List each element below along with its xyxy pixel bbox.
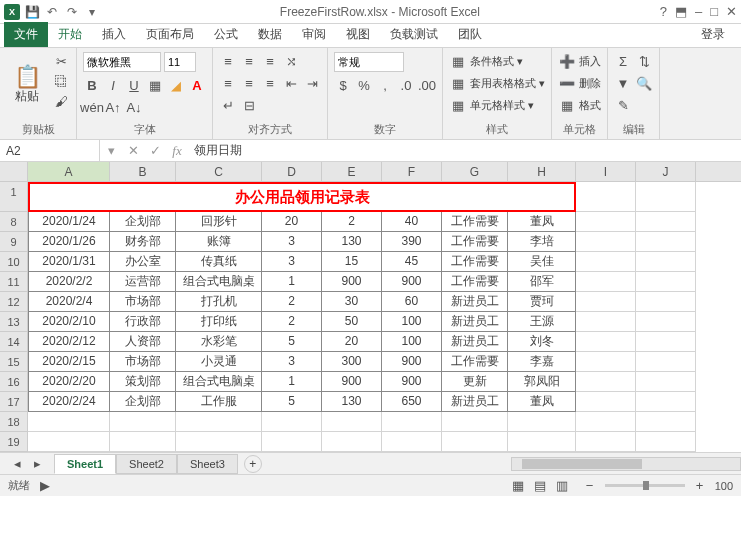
merge-icon[interactable]: ⊟ [240, 96, 258, 114]
orientation-icon[interactable]: ⤭ [282, 52, 300, 70]
cell[interactable]: 吴佳 [508, 252, 576, 272]
cell[interactable]: 企划部 [110, 212, 176, 232]
normal-view-icon[interactable]: ▦ [509, 477, 527, 495]
col-header[interactable]: B [110, 162, 176, 181]
percent-icon[interactable]: % [355, 76, 373, 94]
col-header[interactable]: I [576, 162, 636, 181]
sheet-tab[interactable]: Sheet2 [116, 454, 177, 474]
number-format-select[interactable] [334, 52, 404, 72]
cell[interactable]: 2020/2/12 [28, 332, 110, 352]
cell[interactable] [322, 432, 382, 452]
cell[interactable]: 300 [322, 352, 382, 372]
cell[interactable]: 20 [262, 212, 322, 232]
cell[interactable] [508, 432, 576, 452]
cell[interactable] [576, 292, 636, 312]
cell[interactable] [382, 412, 442, 432]
currency-icon[interactable]: $ [334, 76, 352, 94]
col-header[interactable]: H [508, 162, 576, 181]
wrap-text-icon[interactable]: ↵ [219, 96, 237, 114]
row-header[interactable]: 12 [0, 292, 27, 312]
cell[interactable]: 100 [382, 312, 442, 332]
cell[interactable] [576, 372, 636, 392]
cell[interactable]: 打孔机 [176, 292, 262, 312]
delete-button[interactable]: ➖删除 [558, 74, 601, 92]
cell[interactable]: 3 [262, 252, 322, 272]
cell[interactable] [322, 412, 382, 432]
cell[interactable]: 组合式电脑桌 [176, 272, 262, 292]
page-break-view-icon[interactable]: ▥ [553, 477, 571, 495]
row-header[interactable]: 17 [0, 392, 27, 412]
row-header[interactable]: 19 [0, 432, 27, 452]
cell[interactable]: 2 [322, 212, 382, 232]
enter-icon[interactable]: ✓ [144, 142, 166, 160]
font-size-select[interactable] [164, 52, 196, 72]
cell[interactable]: 130 [322, 392, 382, 412]
cell[interactable] [636, 432, 696, 452]
cell[interactable]: 账簿 [176, 232, 262, 252]
formula-input[interactable]: 领用日期 [188, 142, 741, 159]
row-header[interactable]: 8 [0, 212, 27, 232]
col-header[interactable]: D [262, 162, 322, 181]
format-button[interactable]: ▦格式 [558, 96, 601, 114]
cell[interactable] [576, 312, 636, 332]
cell[interactable]: 李培 [508, 232, 576, 252]
col-header[interactable]: A [28, 162, 110, 181]
cell[interactable]: 市场部 [110, 352, 176, 372]
cell[interactable]: 工作需要 [442, 212, 508, 232]
cell[interactable]: 2020/1/24 [28, 212, 110, 232]
cell[interactable] [576, 232, 636, 252]
cell[interactable]: 回形针 [176, 212, 262, 232]
cell[interactable]: 15 [322, 252, 382, 272]
align-center-icon[interactable]: ≡ [240, 74, 258, 92]
cell[interactable] [576, 332, 636, 352]
indent-dec-icon[interactable]: ⇤ [282, 74, 300, 92]
add-sheet-button[interactable]: + [244, 455, 262, 473]
format-painter-icon[interactable]: 🖌 [52, 92, 70, 110]
cell[interactable]: 1 [262, 372, 322, 392]
qat-dropdown-icon[interactable]: ▾ [84, 4, 100, 20]
cell[interactable]: 刘冬 [508, 332, 576, 352]
cell[interactable]: 水彩笔 [176, 332, 262, 352]
namebox-dropdown-icon[interactable]: ▾ [100, 142, 122, 160]
cell[interactable] [636, 372, 696, 392]
cell[interactable]: 打印纸 [176, 312, 262, 332]
cell[interactable]: 传真纸 [176, 252, 262, 272]
row-header[interactable]: 11 [0, 272, 27, 292]
cell[interactable] [636, 292, 696, 312]
cell[interactable]: 900 [322, 272, 382, 292]
cell[interactable] [508, 412, 576, 432]
horizontal-scrollbar[interactable] [511, 457, 741, 471]
align-right-icon[interactable]: ≡ [261, 74, 279, 92]
cell[interactable] [28, 432, 110, 452]
table-format-button[interactable]: ▦套用表格格式▾ [449, 74, 545, 92]
bold-icon[interactable]: B [83, 76, 101, 94]
tab-insert[interactable]: 插入 [92, 22, 136, 47]
cell[interactable] [636, 212, 696, 232]
cell[interactable]: 900 [382, 372, 442, 392]
redo-icon[interactable]: ↷ [64, 4, 80, 20]
indent-inc-icon[interactable]: ⇥ [303, 74, 321, 92]
zoom-slider[interactable] [605, 484, 685, 487]
clear-icon[interactable]: ✎ [614, 96, 632, 114]
cell[interactable]: 60 [382, 292, 442, 312]
cell[interactable]: 王源 [508, 312, 576, 332]
name-box[interactable]: A2 [0, 140, 100, 161]
save-icon[interactable]: 💾 [24, 4, 40, 20]
login-link[interactable]: 登录 [693, 22, 733, 47]
grow-font-icon[interactable]: A↑ [104, 98, 122, 116]
cell[interactable]: 新进员工 [442, 332, 508, 352]
cell[interactable]: 2 [262, 292, 322, 312]
shrink-font-icon[interactable]: A↓ [125, 98, 143, 116]
cell[interactable]: 策划部 [110, 372, 176, 392]
cell[interactable]: 30 [322, 292, 382, 312]
cell[interactable] [262, 412, 322, 432]
tab-data[interactable]: 数据 [248, 22, 292, 47]
cell[interactable] [176, 412, 262, 432]
align-middle-icon[interactable]: ≡ [240, 52, 258, 70]
cell[interactable] [110, 412, 176, 432]
fill-color-icon[interactable]: ◢ [167, 76, 185, 94]
tab-view[interactable]: 视图 [336, 22, 380, 47]
row-header[interactable]: 16 [0, 372, 27, 392]
cell[interactable]: 工作服 [176, 392, 262, 412]
paste-button[interactable]: 📋 粘贴 [6, 52, 48, 120]
